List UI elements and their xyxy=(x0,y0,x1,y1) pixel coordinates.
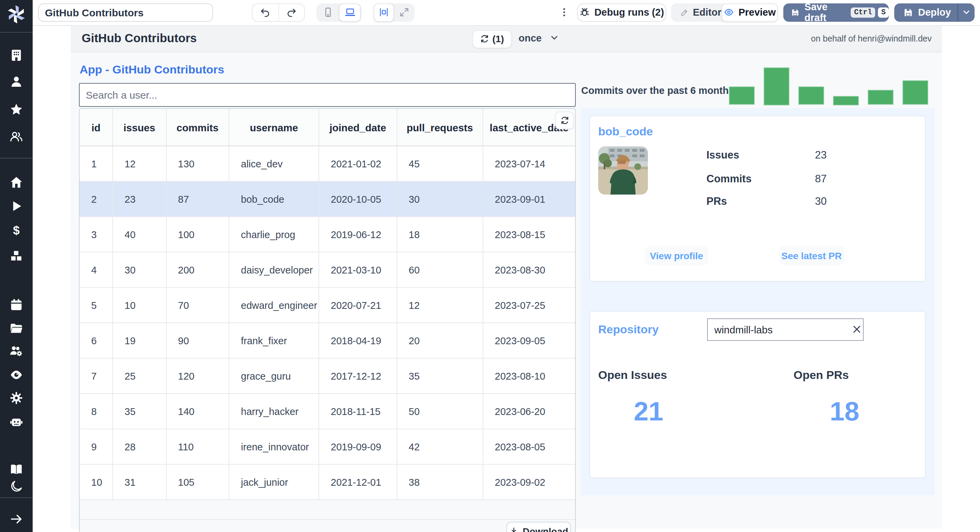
table-cell[interactable]: 2023-08-10 xyxy=(483,358,575,394)
table-cell[interactable]: 2020-10-05 xyxy=(319,181,397,217)
table-cell[interactable]: 2023-07-25 xyxy=(483,287,575,323)
column-header[interactable]: joined_date xyxy=(319,109,397,146)
table-cell[interactable]: 2023-08-30 xyxy=(483,252,575,287)
table-cell[interactable]: 18 xyxy=(397,217,483,252)
table-cell[interactable]: 2018-04-19 xyxy=(319,323,397,358)
table-row[interactable]: 725120grace_guru2017-12-12352023-08-10 xyxy=(80,358,575,394)
view-profile-button[interactable]: View profile xyxy=(645,246,708,265)
table-row[interactable]: 1031105jack_junior2021-12-01382023-09-02 xyxy=(80,464,575,500)
table-row[interactable]: 430200daisy_developer2021-03-10602023-08… xyxy=(80,252,575,287)
table-cell[interactable]: 200 xyxy=(166,252,229,287)
star-icon[interactable] xyxy=(10,103,23,116)
table-cell[interactable]: 19 xyxy=(113,323,166,358)
table-refresh-button[interactable] xyxy=(555,111,574,129)
table-cell[interactable]: daisy_developer xyxy=(229,252,319,287)
table-cell[interactable]: 2017-12-12 xyxy=(319,358,397,394)
expand-sidebar-icon[interactable] xyxy=(10,512,23,526)
table-cell[interactable]: bob_code xyxy=(229,181,319,217)
table-cell[interactable]: harry_hacker xyxy=(229,394,319,429)
table-cell[interactable]: 2021-12-01 xyxy=(319,464,397,500)
deploy-button[interactable]: Deploy xyxy=(894,3,975,21)
table-cell[interactable]: 70 xyxy=(166,287,229,323)
table-cell[interactable]: irene_innovator xyxy=(229,429,319,464)
table-cell[interactable]: 42 xyxy=(397,429,483,464)
table-cell[interactable]: 2023-09-01 xyxy=(483,181,575,217)
table-cell[interactable]: alice_dev xyxy=(229,146,319,181)
table-cell[interactable]: 10 xyxy=(80,464,113,500)
table-cell[interactable]: 45 xyxy=(397,146,483,181)
user-icon[interactable] xyxy=(10,75,23,89)
home-icon[interactable] xyxy=(10,175,23,189)
fullscreen-button[interactable] xyxy=(394,3,414,21)
save-draft-button[interactable]: Save draft CtrlS xyxy=(783,3,889,21)
table-cell[interactable]: 9 xyxy=(80,429,113,464)
app-title-input[interactable] xyxy=(38,3,213,21)
table-cell[interactable]: 28 xyxy=(113,429,166,464)
table-cell[interactable]: 87 xyxy=(166,181,229,217)
debug-runs-button[interactable]: Debug runs (2) xyxy=(577,3,666,21)
mobile-view-button[interactable] xyxy=(317,3,339,21)
table-row[interactable]: 835140harry_hacker2018-11-15502023-06-20 xyxy=(80,394,575,429)
table-cell[interactable]: 20 xyxy=(397,323,483,358)
table-cell[interactable]: 12 xyxy=(397,287,483,323)
table-cell[interactable]: 31 xyxy=(113,464,166,500)
clear-input-icon[interactable] xyxy=(851,324,862,335)
search-input[interactable] xyxy=(79,83,576,106)
table-cell[interactable]: 2020-07-21 xyxy=(319,287,397,323)
app-refresh-button[interactable]: (1) xyxy=(472,30,512,48)
table-cell[interactable]: 110 xyxy=(166,429,229,464)
table-cell[interactable]: 120 xyxy=(166,358,229,394)
table-cell[interactable]: 130 xyxy=(166,146,229,181)
audit-logs-icon[interactable] xyxy=(10,368,23,381)
table-cell[interactable]: grace_guru xyxy=(229,358,319,394)
table-cell[interactable]: 2023-06-20 xyxy=(483,394,575,429)
table-cell[interactable]: frank_fixer xyxy=(229,323,319,358)
table-cell[interactable]: 4 xyxy=(80,252,113,287)
table-row[interactable]: 22387bob_code2020-10-05302023-09-01 xyxy=(80,181,575,217)
table-cell[interactable]: 140 xyxy=(166,394,229,429)
undo-button[interactable] xyxy=(253,4,278,21)
table-cell[interactable]: 8 xyxy=(80,394,113,429)
column-header[interactable]: issues xyxy=(113,109,166,146)
settings-icon[interactable] xyxy=(10,391,23,405)
table-cell[interactable]: 2023-09-05 xyxy=(483,323,575,358)
schedules-icon[interactable] xyxy=(10,298,23,311)
table-cell[interactable]: 38 xyxy=(397,464,483,500)
groups-icon[interactable] xyxy=(10,344,23,358)
table-cell[interactable]: jack_junior xyxy=(229,464,319,500)
table-cell[interactable]: 10 xyxy=(113,287,166,323)
ai-robot-icon[interactable] xyxy=(10,415,23,429)
center-layout-button[interactable] xyxy=(374,3,394,21)
table-cell[interactable]: 2023-07-14 xyxy=(483,146,575,181)
table-cell[interactable]: 25 xyxy=(113,358,166,394)
column-header[interactable]: commits xyxy=(166,109,229,146)
docs-icon[interactable] xyxy=(10,463,23,476)
runs-icon[interactable] xyxy=(10,199,23,213)
table-row[interactable]: 340100charlie_prog2019-06-12182023-08-15 xyxy=(80,217,575,252)
table-cell[interactable]: 7 xyxy=(80,358,113,394)
desktop-view-button[interactable] xyxy=(339,3,361,21)
folders-icon[interactable] xyxy=(10,322,23,335)
windmill-logo[interactable] xyxy=(8,5,25,23)
dark-mode-icon[interactable] xyxy=(10,480,23,493)
column-header[interactable]: pull_requests xyxy=(397,109,483,146)
table-cell[interactable]: 2 xyxy=(80,181,113,217)
see-latest-pr-button[interactable]: See latest PR xyxy=(779,246,844,265)
repository-input[interactable] xyxy=(707,318,863,340)
variables-icon[interactable]: $ xyxy=(10,224,23,237)
table-cell[interactable]: 1 xyxy=(80,146,113,181)
table-cell[interactable]: 6 xyxy=(80,323,113,358)
table-cell[interactable]: edward_engineer xyxy=(229,287,319,323)
table-cell[interactable]: 2023-09-02 xyxy=(483,464,575,500)
table-cell[interactable]: 3 xyxy=(80,217,113,252)
column-header[interactable]: username xyxy=(229,109,319,146)
table-cell[interactable]: 5 xyxy=(80,287,113,323)
schedule-select[interactable]: once xyxy=(519,32,559,43)
table-row[interactable]: 112130alice_dev2021-01-02452023-07-14 xyxy=(80,146,575,181)
table-row[interactable]: 61990frank_fixer2018-04-19202023-09-05 xyxy=(80,323,575,358)
table-cell[interactable]: 40 xyxy=(113,217,166,252)
table-cell[interactable]: 30 xyxy=(113,252,166,287)
table-cell[interactable]: 2021-01-02 xyxy=(319,146,397,181)
table-cell[interactable]: 30 xyxy=(397,181,483,217)
workspace-icon[interactable] xyxy=(10,48,23,62)
